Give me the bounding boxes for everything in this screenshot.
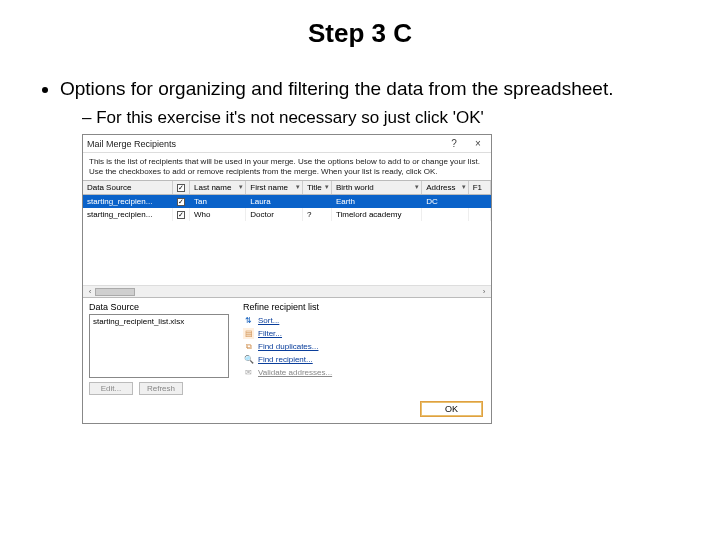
checkbox-icon[interactable]: ✓ (177, 198, 185, 206)
checkbox-icon[interactable]: ✓ (177, 184, 185, 192)
search-icon: 🔍 (243, 354, 254, 365)
chevron-down-icon[interactable]: ▾ (239, 183, 243, 191)
help-button[interactable]: ? (445, 136, 463, 152)
mail-merge-recipients-dialog: Mail Merge Recipients ? × This is the li… (82, 134, 492, 424)
table-row[interactable]: starting_recipien... ✓ Tan Laura Earth D… (83, 195, 491, 209)
col-birthworld[interactable]: Birth world▾ (331, 181, 421, 195)
chevron-down-icon[interactable]: ▾ (325, 183, 329, 191)
ok-button[interactable]: OK (420, 401, 483, 417)
checkbox-icon[interactable]: ✓ (177, 211, 185, 219)
datasource-list[interactable]: starting_recipient_list.xlsx (89, 314, 229, 378)
col-datasource[interactable]: Data Source (83, 181, 173, 195)
datasource-label: Data Source (89, 302, 229, 312)
find-recipient-link[interactable]: 🔍 Find recipient... (243, 353, 485, 366)
edit-datasource-button: Edit... (89, 382, 133, 395)
validate-addresses-link: ✉ Validate addresses... (243, 366, 485, 379)
close-button[interactable]: × (469, 136, 487, 152)
dialog-title: Mail Merge Recipients (87, 139, 439, 149)
scroll-thumb[interactable] (95, 288, 135, 296)
dialog-description: This is the list of recipients that will… (83, 153, 491, 180)
duplicates-icon: ⧉ (243, 341, 254, 352)
chevron-down-icon[interactable]: ▾ (296, 183, 300, 191)
col-lastname[interactable]: Last name▾ (190, 181, 246, 195)
refresh-datasource-button: Refresh (139, 382, 183, 395)
scroll-left-icon[interactable]: ‹ (85, 287, 95, 296)
table-row[interactable]: starting_recipien... ✓ Who Doctor ? Time… (83, 208, 491, 221)
col-firstname[interactable]: First name▾ (246, 181, 303, 195)
validate-icon: ✉ (243, 367, 254, 378)
col-address[interactable]: Address▾ (422, 181, 469, 195)
scroll-right-icon[interactable]: › (479, 287, 489, 296)
chevron-down-icon[interactable]: ▾ (462, 183, 466, 191)
chevron-down-icon[interactable]: ▾ (415, 183, 419, 191)
grid-header-row: Data Source ✓ Last name▾ First name▾ Tit… (83, 181, 491, 195)
refine-label: Refine recipient list (243, 302, 485, 312)
slide-title: Step 3 C (40, 18, 680, 49)
col-checkbox-all[interactable]: ✓ (173, 181, 190, 195)
datasource-item[interactable]: starting_recipient_list.xlsx (93, 317, 225, 326)
bullet-sub: For this exercise it's not necessary so … (82, 107, 680, 128)
filter-icon: ▤ (243, 328, 254, 339)
horizontal-scrollbar[interactable]: ‹ › (83, 285, 491, 297)
recipients-grid[interactable]: Data Source ✓ Last name▾ First name▾ Tit… (83, 180, 491, 298)
filter-link[interactable]: ▤ Filter... (243, 327, 485, 340)
sort-icon: ⇅ (243, 315, 254, 326)
sort-link[interactable]: ⇅ Sort... (243, 314, 485, 327)
col-title[interactable]: Title▾ (303, 181, 332, 195)
bullet-main: Options for organizing and filtering the… (60, 77, 680, 101)
find-duplicates-link[interactable]: ⧉ Find duplicates... (243, 340, 485, 353)
col-f1[interactable]: F1 (468, 181, 490, 195)
dialog-titlebar[interactable]: Mail Merge Recipients ? × (83, 135, 491, 153)
